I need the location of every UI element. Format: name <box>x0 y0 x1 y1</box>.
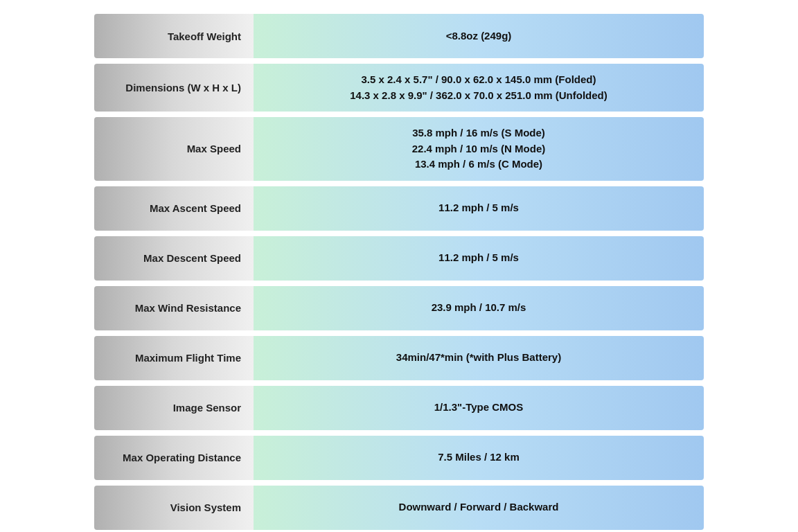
spec-label-text-dimensions: Dimensions (W x H x L) <box>125 82 241 94</box>
spec-label-takeoff-weight: Takeoff Weight <box>94 14 254 58</box>
spec-row-image-sensor: Image Sensor1/1.3"-Type CMOS <box>94 386 704 430</box>
spec-value-max-wind-resistance: 23.9 mph / 10.7 m/s <box>254 286 704 330</box>
spec-value-image-sensor: 1/1.3"-Type CMOS <box>254 386 704 430</box>
spec-value-max-speed: 35.8 mph / 16 m/s (S Mode)22.4 mph / 10 … <box>254 117 704 181</box>
spec-label-text-max-ascent-speed: Max Ascent Speed <box>150 202 241 214</box>
spec-value-text-image-sensor: 1/1.3"-Type CMOS <box>434 400 524 416</box>
spec-row-takeoff-weight: Takeoff Weight<8.8oz (249g) <box>94 14 704 58</box>
spec-value-text-dimensions: 3.5 x 2.4 x 5.7" / 90.0 x 62.0 x 145.0 m… <box>350 72 607 103</box>
spec-row-dimensions: Dimensions (W x H x L)3.5 x 2.4 x 5.7" /… <box>94 64 704 112</box>
spec-label-max-wind-resistance: Max Wind Resistance <box>94 286 254 330</box>
spec-value-text-takeoff-weight: <8.8oz (249g) <box>446 28 512 44</box>
spec-row-maximum-flight-time: Maximum Flight Time34min/47*min (*with P… <box>94 336 704 380</box>
spec-value-dimensions: 3.5 x 2.4 x 5.7" / 90.0 x 62.0 x 145.0 m… <box>254 64 704 112</box>
spec-label-max-operating-distance: Max Operating Distance <box>94 436 254 480</box>
spec-value-takeoff-weight: <8.8oz (249g) <box>254 14 704 58</box>
spec-label-text-max-speed: Max Speed <box>187 143 241 154</box>
spec-row-max-wind-resistance: Max Wind Resistance23.9 mph / 10.7 m/s <box>94 286 704 330</box>
spec-row-vision-system: Vision SystemDownward / Forward / Backwa… <box>94 486 704 530</box>
spec-value-max-ascent-speed: 11.2 mph / 5 m/s <box>254 186 704 231</box>
spec-label-text-maximum-flight-time: Maximum Flight Time <box>135 352 241 364</box>
spec-value-max-operating-distance: 7.5 Miles / 12 km <box>254 436 704 480</box>
spec-row-max-operating-distance: Max Operating Distance7.5 Miles / 12 km <box>94 436 704 480</box>
spec-label-text-max-operating-distance: Max Operating Distance <box>123 452 241 463</box>
spec-label-dimensions: Dimensions (W x H x L) <box>94 64 254 112</box>
spec-row-max-speed: Max Speed35.8 mph / 16 m/s (S Mode)22.4 … <box>94 117 704 181</box>
spec-row-max-ascent-speed: Max Ascent Speed11.2 mph / 5 m/s <box>94 186 704 231</box>
spec-label-text-max-descent-speed: Max Descent Speed <box>143 252 241 264</box>
spec-value-text-max-ascent-speed: 11.2 mph / 5 m/s <box>438 200 519 216</box>
spec-value-text-max-speed: 35.8 mph / 16 m/s (S Mode)22.4 mph / 10 … <box>412 125 546 172</box>
spec-value-vision-system: Downward / Forward / Backward <box>254 486 704 530</box>
spec-value-text-vision-system: Downward / Forward / Backward <box>399 499 559 515</box>
spec-label-text-image-sensor: Image Sensor <box>173 402 241 414</box>
spec-label-max-ascent-speed: Max Ascent Speed <box>94 186 254 231</box>
spec-label-max-descent-speed: Max Descent Speed <box>94 236 254 281</box>
spec-value-text-max-wind-resistance: 23.9 mph / 10.7 m/s <box>432 300 526 316</box>
spec-value-text-max-descent-speed: 11.2 mph / 5 m/s <box>438 250 519 266</box>
spec-label-text-vision-system: Vision System <box>170 502 241 513</box>
spec-label-vision-system: Vision System <box>94 486 254 530</box>
spec-label-text-takeoff-weight: Takeoff Weight <box>168 30 241 42</box>
spec-value-max-descent-speed: 11.2 mph / 5 m/s <box>254 236 704 281</box>
spec-value-text-max-operating-distance: 7.5 Miles / 12 km <box>438 450 520 466</box>
spec-value-maximum-flight-time: 34min/47*min (*with Plus Battery) <box>254 336 704 380</box>
specs-table: Takeoff Weight<8.8oz (249g)Dimensions (W… <box>94 0 704 532</box>
spec-label-maximum-flight-time: Maximum Flight Time <box>94 336 254 380</box>
spec-label-text-max-wind-resistance: Max Wind Resistance <box>135 302 241 314</box>
spec-value-text-maximum-flight-time: 34min/47*min (*with Plus Battery) <box>396 350 561 366</box>
spec-row-max-descent-speed: Max Descent Speed11.2 mph / 5 m/s <box>94 236 704 281</box>
spec-label-image-sensor: Image Sensor <box>94 386 254 430</box>
spec-label-max-speed: Max Speed <box>94 117 254 181</box>
